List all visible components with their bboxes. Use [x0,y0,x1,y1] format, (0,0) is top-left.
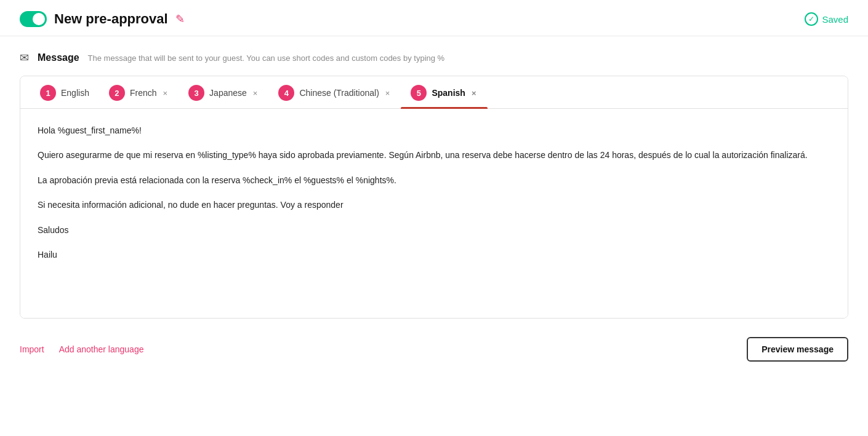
message-title: Message [38,52,79,63]
message-line-4: Si necesita información adicional, no du… [38,198,830,212]
page-footer: Import Add another language Preview mess… [0,326,868,373]
edit-icon[interactable]: ✎ [175,12,185,26]
message-line-2: Quiero asegurarme de que mi reserva en %… [38,148,830,162]
tab-japanese[interactable]: 3 Japanese × [179,76,268,108]
tab-close-japanese[interactable]: × [252,88,259,98]
tab-french[interactable]: 2 French × [99,76,179,108]
header-left: New pre-approval ✎ [20,11,185,27]
message-hint: The message that will be sent to your gu… [88,54,445,63]
tab-label-chinese: Chinese (Traditional) [299,88,379,98]
message-line-3: La aprobación previa está relacionada co… [38,173,830,187]
toggle-switch[interactable] [20,11,47,27]
tab-spanish[interactable]: 5 Spanish × [401,76,487,108]
tab-label-spanish: Spanish [432,88,465,98]
saved-check-icon: ✓ [805,12,818,26]
tab-close-chinese[interactable]: × [384,88,392,98]
tab-badge-4: 4 [278,85,294,101]
tab-close-french[interactable]: × [162,88,169,98]
tab-label-english: English [61,88,89,98]
page-header: New pre-approval ✎ ✓ Saved [0,0,868,36]
tab-badge-5: 5 [411,85,427,101]
tab-badge-2: 2 [109,85,125,101]
message-section: ✉ Message The message that will be sent … [0,36,868,319]
preview-message-button[interactable]: Preview message [747,337,848,362]
tabs-bar: 1 English 2 French × 3 Japanese × 4 Chin… [20,76,848,109]
message-line-5: Saludos [38,223,830,237]
add-language-button[interactable]: Add another language [59,344,144,354]
message-line-6: Hailu [38,248,830,261]
tab-chinese-traditional[interactable]: 4 Chinese (Traditional) × [268,76,401,108]
tab-english[interactable]: 1 English [30,76,99,108]
footer-left: Import Add another language [20,344,143,354]
message-envelope-icon: ✉ [20,51,29,65]
tab-badge-1: 1 [40,85,56,101]
saved-badge: ✓ Saved [805,12,848,26]
tab-label-japanese: Japanese [209,88,247,98]
tabs-container: 1 English 2 French × 3 Japanese × 4 Chin… [20,76,848,319]
tab-badge-3: 3 [188,85,204,101]
tab-close-spanish[interactable]: × [470,88,478,98]
page-title: New pre-approval [54,11,168,27]
saved-label: Saved [822,14,848,25]
message-content-area[interactable]: Hola %guest_first_name%! Quiero asegurar… [20,109,848,318]
tab-label-french: French [130,88,157,98]
message-line-1: Hola %guest_first_name%! [38,124,830,137]
import-button[interactable]: Import [20,344,44,354]
message-header: ✉ Message The message that will be sent … [20,51,848,65]
